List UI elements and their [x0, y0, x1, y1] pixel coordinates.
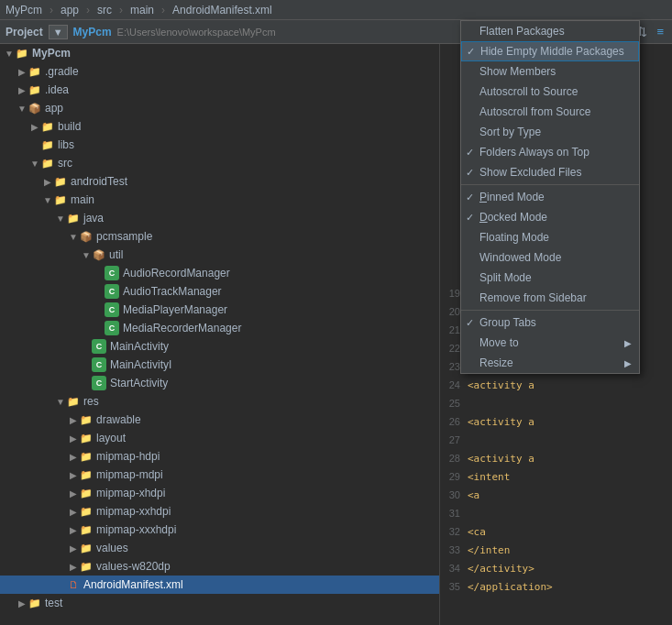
- menu-item-label: Show Excluded Files: [479, 166, 581, 179]
- menu-item[interactable]: ✓Hide Empty Middle Packages: [461, 41, 639, 61]
- tree-file-icon: C: [92, 339, 106, 354]
- tree-item-label: java: [83, 212, 104, 225]
- tree-item[interactable]: ▼📁java: [0, 209, 439, 227]
- tree-item[interactable]: ▼📦util: [0, 246, 439, 264]
- tree-arrow-icon[interactable]: ▼: [17, 104, 28, 114]
- tree-item[interactable]: ▶📁mipmap-xxhdpi: [0, 502, 439, 521]
- tree-item-label: .idea: [45, 83, 69, 96]
- tree-item[interactable]: ▶📁mipmap-mdpi: [0, 466, 439, 484]
- menu-item[interactable]: Floating Mode: [461, 227, 639, 247]
- menu-item[interactable]: Show Members: [461, 61, 639, 82]
- tree-item[interactable]: CMediaPlayerManager: [0, 301, 439, 319]
- tree-item[interactable]: 🗋AndroidManifest.xml: [0, 576, 439, 594]
- menu-item[interactable]: ✓Group Tabs: [461, 312, 639, 333]
- tree-item[interactable]: ▼📁main: [0, 191, 439, 209]
- tree-item[interactable]: CMainActivity: [0, 337, 439, 356]
- tree-arrow-icon[interactable]: ▶: [68, 470, 79, 480]
- tree-item[interactable]: ▼📁src: [0, 154, 439, 172]
- tree-arrow-icon[interactable]: ▶: [17, 67, 28, 77]
- tree-arrow-icon[interactable]: ▶: [68, 452, 79, 462]
- tree-item[interactable]: ▶📁androidTest: [0, 172, 439, 191]
- menu-item[interactable]: Windowed Mode: [461, 247, 639, 268]
- tree-item[interactable]: ▶📁.idea: [0, 81, 439, 99]
- main-layout: ▼📁MyPcm▶📁.gradle▶📁.idea▼📦app▶📁build📁libs…: [0, 44, 672, 625]
- tree-file-icon: C: [105, 266, 119, 280]
- menu-item[interactable]: ✓Show Excluded Files: [461, 162, 639, 182]
- topbar-main[interactable]: main: [130, 4, 154, 16]
- tree-item[interactable]: CStartActivity: [0, 374, 439, 392]
- checkmark-icon: ✓: [466, 212, 474, 224]
- tree-item[interactable]: ▶📁build: [0, 117, 439, 136]
- tree-arrow-icon[interactable]: ▶: [68, 488, 79, 499]
- tree-arrow-icon[interactable]: ▶: [42, 177, 53, 187]
- tree-arrow-icon[interactable]: ▼: [4, 49, 15, 59]
- menu-item[interactable]: Sort by Type: [461, 122, 639, 142]
- tree-item[interactable]: ▼📦app: [0, 99, 439, 117]
- tree-item-label: main: [71, 193, 94, 206]
- tree-item-label: mipmap-xhdpi: [96, 487, 165, 499]
- menu-item[interactable]: ✓Folders Always on Top: [461, 142, 639, 162]
- tree-arrow-icon[interactable]: ▶: [68, 562, 79, 572]
- menu-icon[interactable]: ≡: [654, 24, 666, 39]
- tree-item[interactable]: ▶📁mipmap-xxxhdpi: [0, 521, 439, 539]
- menu-separator: [461, 184, 639, 185]
- menu-item[interactable]: Resize▶: [461, 353, 639, 373]
- tree-item[interactable]: CMainActivityI: [0, 356, 439, 374]
- tree-file-icon: 📁: [15, 46, 29, 60]
- tree-item[interactable]: CMediaRecorderManager: [0, 319, 439, 337]
- tree-item-label: layout: [96, 432, 126, 444]
- tree-item-label: StartActivity: [110, 377, 168, 389]
- tree-item[interactable]: ▶📁test: [0, 594, 439, 612]
- tree-arrow-icon[interactable]: ▶: [68, 415, 79, 425]
- tree-item[interactable]: ▶📁layout: [0, 429, 439, 447]
- menu-item[interactable]: Move to▶: [461, 333, 639, 353]
- menu-item[interactable]: Remove from Sidebar: [461, 288, 639, 308]
- tree-item[interactable]: CAudioTrackManager: [0, 282, 439, 301]
- menu-item[interactable]: Flatten Packages: [461, 21, 639, 41]
- tree-arrow-icon[interactable]: ▼: [68, 232, 79, 242]
- tree-item[interactable]: CAudioRecordManager: [0, 264, 439, 282]
- tree-item-label: test: [45, 597, 62, 609]
- tree-panel: ▼📁MyPcm▶📁.gradle▶📁.idea▼📦app▶📁build📁libs…: [0, 44, 440, 625]
- tree-file-icon: 📁: [53, 174, 68, 189]
- tree-item[interactable]: ▶📁values-w820dp: [0, 557, 439, 576]
- tree-arrow-icon[interactable]: ▶: [68, 507, 79, 517]
- topbar-mypcm[interactable]: MyPcm: [6, 4, 42, 16]
- menu-item-label: Remove from Sidebar: [479, 291, 587, 304]
- tree-arrow-icon[interactable]: ▶: [17, 85, 28, 95]
- tree-file-icon: 📁: [28, 64, 42, 79]
- tree-arrow-icon[interactable]: ▶: [68, 433, 79, 444]
- menu-item[interactable]: Split Mode: [461, 268, 639, 288]
- tree-arrow-icon[interactable]: ▶: [29, 122, 40, 132]
- menu-item[interactable]: Autoscroll from Source: [461, 102, 639, 122]
- tree-arrow-icon[interactable]: ▶: [68, 543, 79, 554]
- tree-item[interactable]: ▼📁MyPcm: [0, 44, 439, 62]
- menu-item[interactable]: ✓Pinned Mode: [461, 187, 639, 207]
- menu-item[interactable]: ✓Docked Mode: [461, 207, 639, 227]
- tree-item[interactable]: ▼📦pcmsample: [0, 227, 439, 246]
- tree-item[interactable]: ▶📁drawable: [0, 411, 439, 429]
- tree-arrow-icon[interactable]: ▼: [55, 397, 66, 407]
- tree-item[interactable]: ▶📁mipmap-xhdpi: [0, 484, 439, 502]
- tree-arrow-icon[interactable]: ▼: [55, 214, 66, 224]
- tree-item[interactable]: ▶📁mipmap-hdpi: [0, 447, 439, 466]
- tree-item[interactable]: 📁libs: [0, 136, 439, 154]
- tree-arrow-icon[interactable]: ▼: [29, 159, 40, 169]
- tree-arrow-icon[interactable]: ▼: [42, 195, 53, 205]
- tree-item[interactable]: ▼📁res: [0, 392, 439, 411]
- tree-arrow-icon[interactable]: ▶: [68, 525, 79, 535]
- topbar-src[interactable]: src: [97, 4, 112, 16]
- tree-file-icon: 📁: [40, 119, 55, 134]
- tree-arrow-icon[interactable]: ▼: [81, 250, 92, 260]
- topbar-app[interactable]: app: [61, 4, 79, 16]
- topbar-manifest[interactable]: AndroidManifest.xml: [172, 4, 272, 16]
- menu-item[interactable]: Autoscroll to Source: [461, 82, 639, 102]
- panel-dropdown[interactable]: ▼: [49, 25, 68, 39]
- tree-item-label: MainActivityI: [110, 358, 171, 371]
- tree-item[interactable]: ▶📁.gradle: [0, 62, 439, 81]
- tree-item-label: MediaPlayerManager: [123, 303, 227, 316]
- tree-file-icon: 📁: [79, 559, 94, 574]
- tree-file-icon: 📁: [28, 82, 42, 97]
- tree-item[interactable]: ▶📁values: [0, 539, 439, 557]
- tree-arrow-icon[interactable]: ▶: [17, 598, 28, 609]
